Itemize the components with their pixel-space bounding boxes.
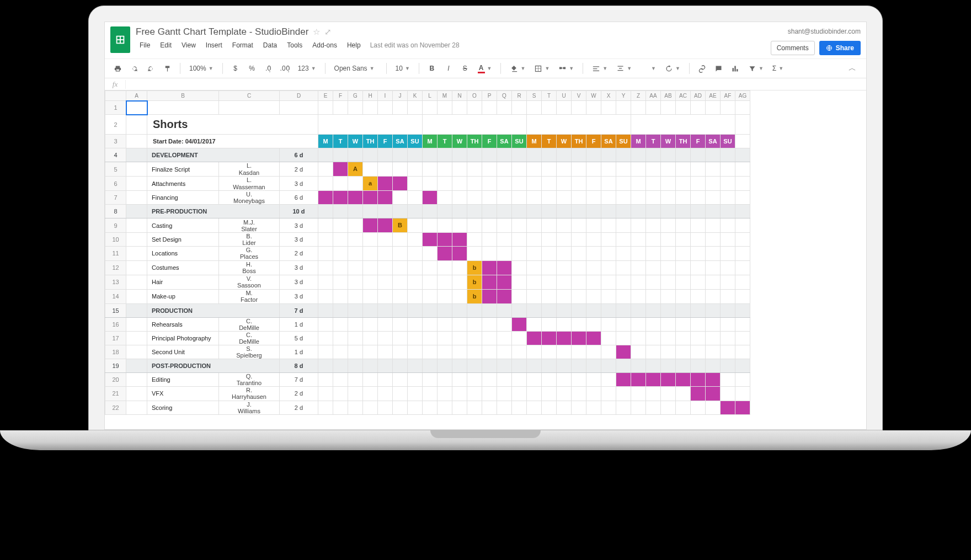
gantt-cell[interactable]	[438, 247, 452, 260]
gantt-cell[interactable]	[586, 331, 601, 345]
gantt-cell[interactable]	[423, 191, 438, 205]
gantt-cell[interactable]	[542, 331, 557, 345]
col-header[interactable]: V	[572, 91, 586, 101]
col-header[interactable]: AA	[646, 91, 661, 101]
gantt-cell[interactable]	[661, 373, 676, 387]
zoom-select[interactable]: 100%▼	[186, 61, 217, 76]
cell-A1[interactable]	[126, 101, 147, 115]
bold-icon[interactable]: B	[425, 61, 439, 76]
gantt-cell[interactable]	[363, 191, 378, 205]
fill-color-icon[interactable]: ▼	[506, 61, 529, 76]
col-header[interactable]: E	[318, 91, 333, 101]
gantt-cell[interactable]	[482, 289, 497, 303]
gantt-cell[interactable]	[378, 218, 393, 233]
col-header[interactable]: U	[557, 91, 572, 101]
col-header[interactable]: AD	[691, 91, 706, 101]
col-header[interactable]: T	[542, 91, 557, 101]
col-header[interactable]: F	[333, 91, 348, 101]
gantt-cell[interactable]	[333, 191, 348, 205]
gantt-cell[interactable]	[691, 387, 706, 401]
gantt-cell[interactable]	[676, 373, 691, 387]
gantt-cell[interactable]: a	[363, 177, 378, 191]
gantt-cell[interactable]	[497, 275, 512, 289]
gantt-cell[interactable]	[631, 373, 646, 387]
share-button[interactable]: Share	[819, 41, 861, 55]
filter-icon[interactable]: ▼	[745, 61, 767, 76]
currency-icon[interactable]: $	[228, 61, 243, 76]
col-header[interactable]: L	[423, 91, 438, 101]
font-family-select[interactable]: Open Sans▼	[331, 61, 381, 76]
gantt-cell[interactable]	[646, 373, 661, 387]
gantt-cell[interactable]	[363, 218, 378, 233]
gantt-cell[interactable]	[378, 177, 393, 191]
col-header[interactable]: I	[378, 91, 393, 101]
star-icon[interactable]: ☆	[313, 27, 320, 37]
gantt-cell[interactable]	[378, 191, 393, 205]
borders-icon[interactable]: ▼	[531, 61, 553, 76]
col-header[interactable]: D	[280, 91, 318, 101]
strike-icon[interactable]: S	[458, 61, 472, 76]
col-header[interactable]: AG	[735, 91, 750, 101]
formula-input[interactable]	[126, 81, 866, 88]
col-header[interactable]: A	[126, 91, 147, 101]
comments-button[interactable]: Comments	[771, 41, 815, 55]
print-icon[interactable]	[110, 61, 125, 76]
redo-icon[interactable]	[143, 61, 158, 76]
col-header[interactable]: AB	[661, 91, 676, 101]
gantt-cell[interactable]	[557, 331, 572, 345]
move-folder-icon[interactable]: ⤢	[324, 27, 332, 37]
gantt-cell[interactable]	[438, 233, 452, 247]
col-header[interactable]: B	[147, 91, 219, 101]
wrap-icon[interactable]: ▼	[637, 61, 659, 76]
decrease-decimal-icon[interactable]: .0̩	[262, 61, 276, 76]
gantt-cell[interactable]	[452, 247, 467, 260]
gantt-cell[interactable]	[333, 162, 348, 177]
number-format-select[interactable]: 123▼	[295, 61, 319, 76]
col-header[interactable]: AF	[721, 91, 735, 101]
gantt-cell[interactable]: b	[467, 260, 482, 275]
functions-icon[interactable]: Σ▼	[769, 61, 787, 76]
merge-icon[interactable]: ▼	[555, 61, 577, 76]
link-icon[interactable]	[695, 61, 709, 76]
col-header[interactable]: Q	[497, 91, 512, 101]
gantt-cell[interactable]	[616, 373, 631, 387]
col-header[interactable]: H	[363, 91, 378, 101]
gantt-cell[interactable]	[572, 331, 586, 345]
col-header[interactable]: S	[527, 91, 542, 101]
gantt-cell[interactable]	[691, 373, 706, 387]
rotate-icon[interactable]: ▼	[661, 61, 684, 76]
gantt-cell[interactable]	[423, 233, 438, 247]
col-header[interactable]: AC	[676, 91, 691, 101]
gantt-cell[interactable]	[527, 331, 542, 345]
col-header[interactable]: P	[482, 91, 497, 101]
col-header[interactable]: Y	[616, 91, 631, 101]
paint-format-icon[interactable]	[160, 61, 174, 76]
gantt-cell[interactable]	[318, 191, 333, 205]
gantt-cell[interactable]	[497, 289, 512, 303]
collapse-toolbar-icon[interactable]: ︿	[844, 61, 861, 76]
col-header[interactable]: G	[348, 91, 363, 101]
gantt-cell[interactable]	[721, 401, 735, 414]
undo-icon[interactable]	[127, 61, 141, 76]
gantt-cell[interactable]	[706, 373, 721, 387]
col-header[interactable]: J	[393, 91, 408, 101]
gantt-cell[interactable]: B	[393, 218, 408, 233]
h-align-icon[interactable]: ▼	[589, 61, 611, 76]
font-size-select[interactable]: 10▼	[392, 61, 413, 76]
gantt-cell[interactable]	[497, 260, 512, 275]
gantt-cell[interactable]: A	[348, 162, 363, 177]
col-header[interactable]: AE	[706, 91, 721, 101]
gantt-cell[interactable]	[393, 177, 408, 191]
col-header[interactable]: Z	[631, 91, 646, 101]
col-header[interactable]: O	[467, 91, 482, 101]
gantt-cell[interactable]	[482, 275, 497, 289]
increase-decimal-icon[interactable]: .00̩	[278, 61, 292, 76]
gantt-cell[interactable]	[706, 387, 721, 401]
italic-icon[interactable]: I	[441, 61, 456, 76]
col-header[interactable]: X	[601, 91, 616, 101]
spreadsheet-grid[interactable]: ABCDEFGHIJKLMNOPQRSTUVWXYZAAABACADAEAFAG…	[105, 90, 866, 429]
gantt-cell[interactable]	[616, 345, 631, 359]
gantt-cell[interactable]	[512, 317, 527, 331]
col-header[interactable]: K	[408, 91, 423, 101]
col-header[interactable]: W	[586, 91, 601, 101]
